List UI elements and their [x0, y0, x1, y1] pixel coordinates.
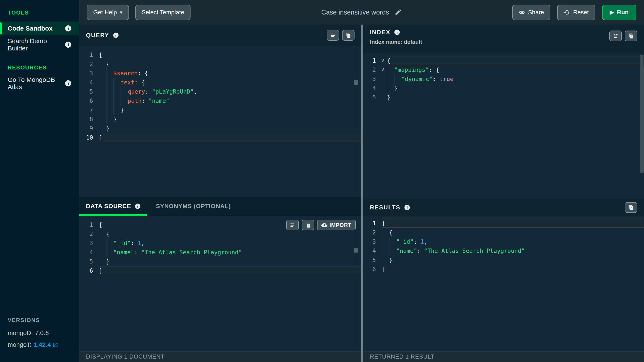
- index-name-label: Index name: default: [370, 39, 637, 45]
- share-button[interactable]: Share: [512, 5, 550, 20]
- results-panel-header: RESULTS: [363, 199, 644, 216]
- line-number: 10: [82, 133, 93, 142]
- code-line[interactable]: 4 "name": "The Atlas Search Playground": [365, 246, 644, 255]
- line-number: 3: [82, 69, 93, 78]
- tab-data-source[interactable]: DATA SOURCE: [79, 197, 147, 216]
- tab-synonyms[interactable]: SYNONYMS (OPTIONAL): [149, 197, 237, 216]
- code-text: }: [99, 105, 361, 114]
- sidebar-item-go-to-mongodb-atlas[interactable]: Go To MongoDB Atlas: [0, 76, 79, 90]
- import-button[interactable]: IMPORT: [317, 220, 356, 230]
- reset-button[interactable]: Reset: [557, 5, 595, 20]
- line-number: 3: [365, 74, 376, 83]
- line-number: 7: [82, 105, 93, 114]
- line-number: 1: [82, 220, 93, 229]
- scrollbar-thumb[interactable]: [354, 248, 358, 253]
- scrollbar-thumb[interactable]: [354, 80, 358, 85]
- code-line[interactable]: 7 }: [82, 105, 361, 114]
- code-line[interactable]: 5 query: "pLaYgRoUnD",: [82, 87, 361, 96]
- scrollbar-thumb[interactable]: [640, 55, 644, 173]
- code-line[interactable]: 4 }: [365, 83, 644, 93]
- format-code-button[interactable]: [327, 30, 339, 41]
- sidebar-item-code-sandbox[interactable]: Code Sandbox: [0, 21, 79, 35]
- code-line[interactable]: 4 text: {: [82, 78, 361, 87]
- code-line[interactable]: 5}: [365, 93, 644, 102]
- code-text: }: [99, 124, 361, 133]
- line-number: 8: [82, 114, 93, 124]
- code-line[interactable]: 6]: [82, 266, 361, 275]
- format-code-button[interactable]: [609, 30, 622, 41]
- code-line[interactable]: 2 {: [365, 228, 644, 237]
- format-code-button[interactable]: [286, 220, 299, 230]
- fold-chevron-icon[interactable]: ∨: [379, 65, 386, 74]
- external-link-icon: [52, 342, 58, 348]
- sidebar: TOOLS Code Sandbox Search Demo Builder R…: [0, 0, 79, 362]
- code-line[interactable]: 5 }: [365, 255, 644, 265]
- code-line[interactable]: 2∨ "mappings": {: [365, 65, 644, 74]
- code-line[interactable]: 3 "_id": 1,: [365, 237, 644, 246]
- code-text: query: "pLaYgRoUnD",: [99, 87, 361, 96]
- code-line[interactable]: 10]: [82, 133, 361, 142]
- code-text: {: [387, 56, 644, 65]
- code-line[interactable]: 6]: [365, 265, 644, 274]
- code-line[interactable]: 1[: [365, 219, 644, 228]
- edit-title-button[interactable]: [395, 8, 402, 16]
- results-panel-title: RESULTS: [370, 204, 410, 211]
- code-line[interactable]: 2 {: [82, 229, 361, 239]
- info-icon[interactable]: [64, 80, 72, 87]
- code-line[interactable]: 6 path: "name": [82, 96, 361, 105]
- copy-icon: [628, 33, 634, 39]
- upload-icon: [321, 222, 327, 228]
- index-editor[interactable]: 1∨{2∨ "mappings": {3 "dynamic": true4 }5…: [363, 53, 644, 199]
- line-number: 2: [82, 229, 93, 239]
- copy-code-button[interactable]: [625, 202, 637, 213]
- run-button[interactable]: ▶ Run: [602, 5, 636, 20]
- copy-icon: [628, 205, 634, 211]
- results-editor[interactable]: 1[2 {3 "_id": 1,4 "name": "The Atlas Sea…: [363, 216, 644, 351]
- code-line[interactable]: 2 {: [82, 59, 361, 69]
- code-line[interactable]: 3 $search: {: [82, 69, 361, 78]
- share-link-icon: [519, 9, 525, 15]
- code-line[interactable]: 9 }: [82, 124, 361, 133]
- sidebar-item-search-demo-builder[interactable]: Search Demo Builder: [0, 38, 79, 51]
- info-icon[interactable]: [404, 204, 410, 211]
- select-template-button[interactable]: Select Template: [135, 5, 191, 20]
- data-source-statusbar: DISPLAYING 1 DOCUMENT: [79, 351, 361, 362]
- mongot-version-link[interactable]: 1.42.4: [34, 341, 58, 348]
- query-panel: QUERY: [79, 24, 361, 197]
- info-icon[interactable]: [394, 29, 400, 35]
- info-icon[interactable]: [64, 25, 72, 32]
- info-icon[interactable]: [113, 32, 119, 38]
- index-panel-header: INDEX Index name: default: [363, 24, 644, 53]
- code-line[interactable]: 5 }: [82, 257, 361, 266]
- data-source-editor[interactable]: IMPORT 1[2 {3 "_id": 1,4 "name": "The At…: [79, 216, 361, 351]
- workspace: QUERY: [79, 24, 644, 362]
- code-text: {: [99, 229, 361, 239]
- line-number: 4: [82, 248, 93, 257]
- code-line[interactable]: 3 "dynamic": true: [365, 74, 644, 83]
- info-icon[interactable]: [134, 203, 141, 209]
- code-line[interactable]: 3 "_id": 1,: [82, 239, 361, 248]
- code-text: ]: [99, 133, 361, 142]
- line-number: 5: [365, 255, 376, 265]
- code-line[interactable]: 1[: [82, 50, 361, 59]
- code-text: [: [99, 50, 361, 59]
- panel-divider[interactable]: [361, 24, 363, 362]
- copy-code-button[interactable]: [302, 220, 314, 230]
- fold-gutter: [379, 83, 386, 93]
- line-number: 4: [365, 246, 376, 255]
- query-editor[interactable]: 1[2 {3 $search: {4 text: {5 query: "pLaY…: [79, 46, 361, 197]
- code-line[interactable]: 4 "name": "The Atlas Search Playground": [82, 248, 361, 257]
- fold-chevron-icon[interactable]: ∨: [379, 56, 386, 65]
- info-icon[interactable]: [64, 41, 72, 48]
- copy-code-button[interactable]: [625, 30, 637, 41]
- code-text: }: [387, 93, 644, 102]
- line-number: 3: [82, 239, 93, 248]
- code-text: [: [382, 219, 644, 228]
- copy-code-button[interactable]: [342, 30, 354, 41]
- code-text: ]: [382, 265, 644, 274]
- query-panel-header: QUERY: [79, 24, 361, 46]
- fold-gutter: [379, 93, 386, 102]
- get-help-button[interactable]: Get Help ▾: [87, 5, 129, 20]
- code-line[interactable]: 8 }: [82, 114, 361, 124]
- code-line[interactable]: 1∨{: [365, 56, 644, 65]
